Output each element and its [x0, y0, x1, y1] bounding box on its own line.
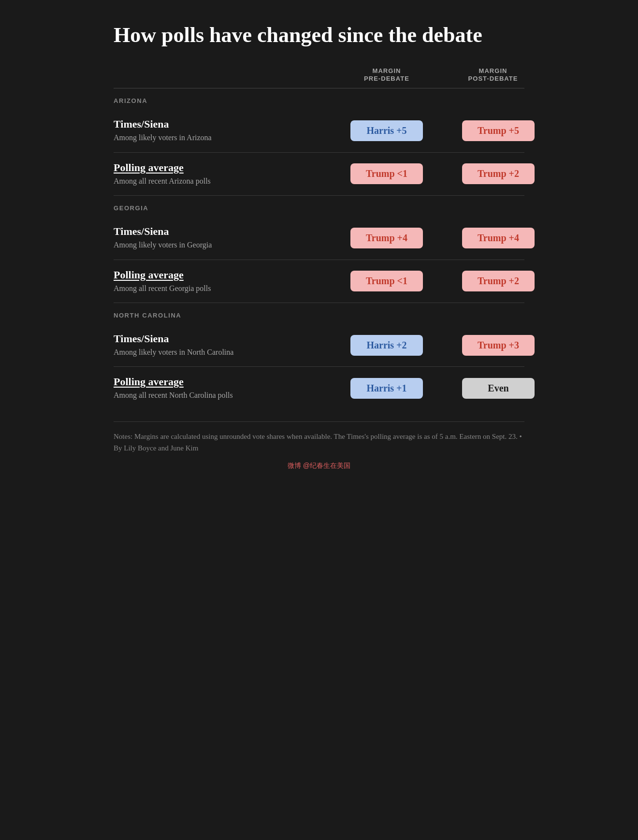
states-container: ARIZONATimes/SienaAmong likely voters in… [114, 88, 524, 409]
source-desc: Among all recent Arizona polls [114, 176, 326, 187]
source-desc: Among likely voters in Arizona [114, 132, 326, 143]
data-row-0-1: Polling averageAmong all recent Arizona … [114, 153, 524, 196]
pre-badge: Harris +5 [350, 120, 423, 141]
pre-debate-col-header: MARGINPRE-DEBATE [336, 67, 437, 84]
source-desc: Among all recent North Carolina polls [114, 390, 326, 401]
source-info: Times/SienaAmong likely voters in Georgi… [114, 225, 336, 250]
notes-text: Notes: Margins are calculated using unro… [114, 433, 522, 452]
watermark: 微博 @纪春生在美国 [114, 462, 524, 470]
page-container: How polls have changed since the debate … [94, 0, 544, 490]
source-info: Times/SienaAmong likely voters in Arizon… [114, 118, 336, 143]
data-row-2-1: Polling averageAmong all recent North Ca… [114, 367, 524, 409]
source-info: Polling averageAmong all recent North Ca… [114, 376, 336, 401]
pre-debate-label: MARGINPRE-DEBATE [336, 67, 437, 84]
post-debate-margin: Trump +4 [448, 228, 549, 248]
source-name[interactable]: Polling average [114, 269, 326, 281]
post-debate-margin: Trump +2 [448, 163, 549, 184]
post-debate-margin: Trump +2 [448, 271, 549, 291]
pre-debate-margin: Harris +1 [336, 378, 437, 399]
pre-debate-margin: Trump <1 [336, 271, 437, 291]
post-debate-margin: Even [448, 378, 549, 399]
pre-debate-margin: Trump +4 [336, 228, 437, 248]
pre-badge: Harris +2 [350, 335, 423, 356]
source-info: Polling averageAmong all recent Georgia … [114, 269, 336, 294]
post-badge: Trump +4 [462, 228, 535, 248]
source-name[interactable]: Polling average [114, 376, 326, 388]
post-badge: Trump +2 [462, 163, 535, 184]
post-debate-col-header: MARGINPOST-DEBATE [442, 67, 544, 84]
source-info: Times/SienaAmong likely voters in North … [114, 333, 336, 358]
post-badge: Trump +2 [462, 271, 535, 291]
notes-section: Notes: Margins are calculated using unro… [114, 421, 524, 454]
pre-badge: Harris +1 [350, 378, 423, 399]
post-badge: Trump +5 [462, 120, 535, 141]
column-headers: MARGINPRE-DEBATE MARGINPOST-DEBATE [114, 67, 524, 88]
pre-badge: Trump <1 [350, 271, 423, 291]
pre-debate-margin: Harris +5 [336, 120, 437, 141]
source-name[interactable]: Polling average [114, 161, 326, 174]
pre-badge: Trump +4 [350, 228, 423, 248]
source-info: Polling averageAmong all recent Arizona … [114, 161, 336, 187]
post-debate-margin: Trump +3 [448, 335, 549, 356]
pre-debate-margin: Harris +2 [336, 335, 437, 356]
state-label-georgia: GEORGIA [114, 196, 524, 217]
state-label-north-carolina: NORTH CAROLINA [114, 303, 524, 324]
source-desc: Among likely voters in Georgia [114, 240, 326, 250]
post-badge: Trump +3 [462, 335, 535, 356]
post-debate-label: MARGINPOST-DEBATE [442, 67, 544, 84]
source-name: Times/Siena [114, 118, 326, 130]
data-row-1-1: Polling averageAmong all recent Georgia … [114, 260, 524, 303]
data-row-1-0: Times/SienaAmong likely voters in Georgi… [114, 217, 524, 260]
data-row-2-0: Times/SienaAmong likely voters in North … [114, 324, 524, 367]
source-desc: Among likely voters in North Carolina [114, 347, 326, 358]
state-label-arizona: ARIZONA [114, 88, 524, 109]
post-debate-margin: Trump +5 [448, 120, 549, 141]
source-name: Times/Siena [114, 225, 326, 238]
source-name: Times/Siena [114, 333, 326, 345]
post-badge: Even [462, 378, 535, 399]
pre-debate-margin: Trump <1 [336, 163, 437, 184]
source-desc: Among all recent Georgia polls [114, 283, 326, 294]
data-row-0-0: Times/SienaAmong likely voters in Arizon… [114, 109, 524, 152]
pre-badge: Trump <1 [350, 163, 423, 184]
page-title: How polls have changed since the debate [114, 23, 524, 48]
